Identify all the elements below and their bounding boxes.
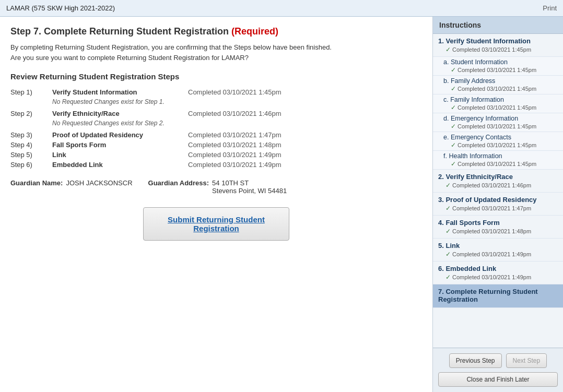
guardian-address-line1: 54 10TH ST (212, 179, 287, 187)
top-bar: LAMAR (575 SKW High 2021-2022) Print (0, 0, 563, 17)
step-status: Completed 03/10/2021 1:45pm (188, 88, 282, 96)
guardian-address-lines: 54 10TH ST Stevens Point, WI 54481 (212, 179, 287, 195)
step-name: Fall Sports Form (52, 141, 188, 149)
sidebar-item-status: ✓Completed 03/10/2021 1:45pm (438, 46, 558, 53)
sidebar-item-title: 6. Embedded Link (438, 265, 558, 272)
page-title: Step 7. Complete Returning Student Regis… (10, 26, 422, 37)
sidebar-item-status: ✓Completed 03/10/2021 1:49pm (438, 251, 558, 258)
step-status: Completed 03/10/2021 1:49pm (188, 151, 282, 159)
step-label: Step 5) (10, 151, 52, 159)
step-label: Step 1) (10, 88, 52, 96)
check-icon: ✓ (445, 205, 451, 212)
sidebar-items: 1. Verify Student Information✓Completed … (433, 34, 563, 348)
sidebar-sub-item[interactable]: b. Family Address ✓Completed 03/10/2021 … (433, 76, 563, 94)
print-link[interactable]: Print (543, 4, 557, 12)
table-row: Step 1) Verify Student Information Compl… (10, 88, 422, 96)
sidebar-item-step2[interactable]: 2. Verify Ethnicity/Race✓Completed 03/10… (433, 170, 563, 193)
check-icon: ✓ (451, 160, 456, 168)
sidebar-item-title: 2. Verify Ethnicity/Race (438, 173, 558, 181)
guardian-name-label: Guardian Name: (10, 179, 63, 195)
sidebar-header: Instructions (433, 17, 563, 34)
guardian-address-line2: Stevens Point, WI 54481 (212, 187, 287, 195)
step-name: Verify Ethnicity/Race (52, 110, 188, 117)
sidebar-sub-item-label: d. Emergency Information (443, 115, 558, 122)
step-name: Proof of Updated Residency (52, 131, 188, 139)
step-label: Step 4) (10, 141, 52, 149)
footer-btn-row: Previous Step Next Step (438, 353, 558, 368)
check-icon: ✓ (451, 104, 456, 111)
sidebar-item-step6[interactable]: 6. Embedded Link✓Completed 03/10/2021 1:… (433, 262, 563, 284)
sidebar-sub-item-label: b. Family Address (443, 77, 558, 85)
steps-table: Step 1) Verify Student Information Compl… (10, 88, 422, 169)
sidebar-sub-item[interactable]: d. Emergency Information ✓Completed 03/1… (433, 113, 563, 132)
check-icon: ✓ (451, 66, 456, 74)
sidebar-item-title: 4. Fall Sports Form (438, 219, 558, 227)
step-name: Link (52, 151, 188, 159)
sidebar-item-step7[interactable]: 7. Complete Returning Student Registrati… (433, 284, 563, 308)
sidebar-item-step1[interactable]: 1. Verify Student Information✓Completed … (433, 34, 563, 57)
submit-btn-wrapper: Submit Returning Student Registration (10, 207, 422, 241)
step-label: Step 3) (10, 131, 52, 139)
intro-text: By completing Returning Student Registra… (10, 42, 422, 63)
sidebar-sub-item[interactable]: e. Emergency Contacts ✓Completed 03/10/2… (433, 132, 563, 151)
table-row: Step 6) Embedded Link Completed 03/10/20… (10, 161, 422, 169)
sidebar-sub-item-label: a. Student Information (443, 58, 558, 66)
close-finish-later-button[interactable]: Close and Finish Later (438, 372, 558, 387)
sidebar-sub-item[interactable]: a. Student Information ✓Completed 03/10/… (433, 57, 563, 76)
sidebar-item-title: 1. Verify Student Information (438, 37, 558, 45)
step-status: Completed 03/10/2021 1:46pm (188, 110, 282, 117)
sidebar-sub-status: ✓Completed 03/10/2021 1:45pm (443, 141, 558, 149)
required-label: (Required) (231, 26, 278, 37)
guardian-address-label: Guardian Address: (148, 179, 209, 195)
submit-button[interactable]: Submit Returning Student Registration (143, 207, 289, 241)
review-section-title: Review Returning Student Registration St… (10, 72, 422, 81)
step-status: Completed 03/10/2021 1:48pm (188, 141, 282, 149)
sidebar-sub-status: ✓Completed 03/10/2021 1:45pm (443, 66, 558, 74)
sidebar-sub-item-label: f. Health Information (443, 152, 558, 160)
sidebar-sub-status: ✓Completed 03/10/2021 1:45pm (443, 85, 558, 92)
sidebar-sub-status: ✓Completed 03/10/2021 1:45pm (443, 160, 558, 168)
table-row: Step 3) Proof of Updated Residency Compl… (10, 131, 422, 139)
check-icon: ✓ (445, 274, 451, 281)
check-icon: ✓ (445, 182, 451, 189)
check-icon: ✓ (445, 228, 451, 235)
step-note: No Requested Changes exist for Step 1. (52, 98, 422, 105)
guardian-address-block: Guardian Address: 54 10TH ST Stevens Poi… (148, 179, 287, 195)
sidebar-sub-status: ✓Completed 03/10/2021 1:45pm (443, 104, 558, 111)
sidebar-sub-item[interactable]: f. Health Information ✓Completed 03/10/2… (433, 151, 563, 170)
step-status: Completed 03/10/2021 1:49pm (188, 161, 282, 169)
table-row: Step 2) Verify Ethnicity/Race Completed … (10, 110, 422, 117)
sidebar: Instructions 1. Verify Student Informati… (432, 17, 563, 392)
step-name: Embedded Link (52, 161, 188, 169)
step-label: Step 6) (10, 161, 52, 169)
sidebar-item-step5[interactable]: 5. Link✓Completed 03/10/2021 1:49pm (433, 239, 563, 262)
step-status: Completed 03/10/2021 1:47pm (188, 131, 282, 139)
sidebar-item-status: ✓Completed 03/10/2021 1:49pm (438, 274, 558, 281)
content-area: Step 7. Complete Returning Student Regis… (0, 17, 432, 392)
previous-step-button[interactable]: Previous Step (449, 353, 502, 368)
check-icon: ✓ (451, 85, 456, 92)
app-title: LAMAR (575 SKW High 2021-2022) (6, 4, 115, 12)
sidebar-item-status: ✓Completed 03/10/2021 1:46pm (438, 182, 558, 189)
sidebar-sub-item[interactable]: c. Family Information ✓Completed 03/10/2… (433, 94, 563, 113)
sidebar-item-step4[interactable]: 4. Fall Sports Form✓Completed 03/10/2021… (433, 216, 563, 239)
check-icon: ✓ (445, 46, 451, 53)
sidebar-item-title: 7. Complete Returning Student Registrati… (438, 288, 558, 303)
sidebar-sub-item-label: c. Family Information (443, 96, 558, 103)
sidebar-sub-item-label: e. Emergency Contacts (443, 134, 558, 141)
sidebar-sub-status: ✓Completed 03/10/2021 1:45pm (443, 123, 558, 130)
step-label: Step 2) (10, 110, 52, 117)
sidebar-footer: Previous Step Next Step Close and Finish… (433, 348, 563, 392)
step-name: Verify Student Information (52, 88, 188, 96)
sidebar-item-step3[interactable]: 3. Proof of Updated Residency✓Completed … (433, 193, 563, 216)
guardian-name-block: Guardian Name: JOSH JACKSONSCR (10, 179, 133, 195)
check-icon: ✓ (451, 141, 456, 149)
table-row: Step 4) Fall Sports Form Completed 03/10… (10, 141, 422, 149)
sidebar-item-status: ✓Completed 03/10/2021 1:48pm (438, 228, 558, 235)
guardian-name-value: JOSH JACKSONSCR (66, 179, 132, 195)
sidebar-item-title: 3. Proof of Updated Residency (438, 196, 558, 204)
page-title-text: Step 7. Complete Returning Student Regis… (10, 26, 229, 37)
table-row: Step 5) Link Completed 03/10/2021 1:49pm (10, 151, 422, 159)
check-icon: ✓ (451, 123, 456, 130)
next-step-button[interactable]: Next Step (506, 353, 547, 368)
